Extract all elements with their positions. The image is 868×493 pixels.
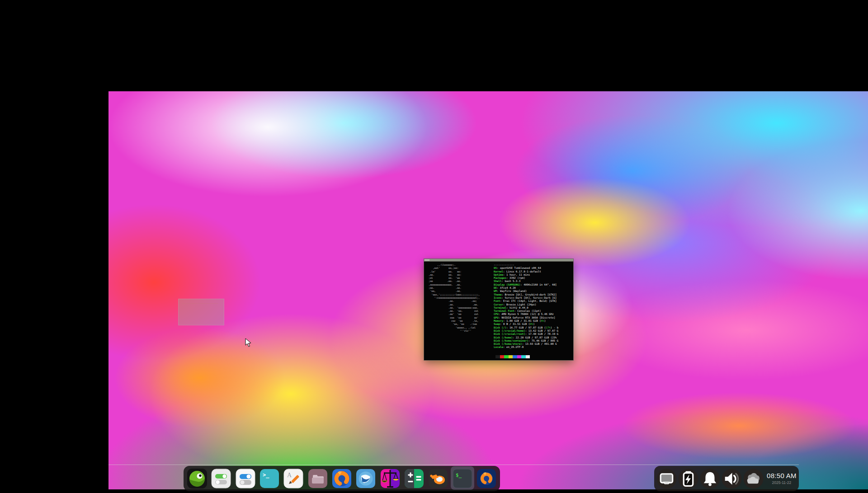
dock-item-thunderbird[interactable] bbox=[356, 469, 376, 488]
fetch-line: Disk (/crucial/root): 17.40 GiB / 78.19 … bbox=[494, 333, 571, 336]
fetch-line: WM: Wayfire (Wayland) bbox=[494, 290, 571, 293]
opensuse-ascii-logo: .,:lloooooc;. ,ool' oo,;oo: .lo' oo. oo:… bbox=[429, 263, 480, 333]
dock-item-firefox-dark[interactable] bbox=[476, 469, 496, 488]
dock-item-text-editor[interactable]: A bbox=[283, 469, 303, 488]
fetch-line: Swap: 0 B / 31.51 GiB (0%) bbox=[494, 323, 571, 326]
dock-item-firefox[interactable] bbox=[332, 469, 352, 488]
palette-swatch bbox=[495, 355, 500, 358]
dock-item-blender[interactable] bbox=[428, 469, 448, 488]
fetch-line: CPU: AMD Ryzen 5 7600X (12) @ 5.46 GHz bbox=[494, 313, 571, 316]
tray-notifications-bell-button[interactable] bbox=[699, 468, 721, 489]
terminal-titlebar[interactable] bbox=[424, 259, 573, 262]
opensuse-launcher-icon bbox=[187, 469, 207, 488]
palette-swatch bbox=[500, 355, 505, 358]
palette-swatch bbox=[513, 355, 517, 358]
fetch-line: Disk (/): 16.77 GiB / 97.87 GiB (17%) - … bbox=[494, 326, 571, 329]
fetch-line: Disk (/home/store): 13.93 GiB / 491.08 G bbox=[494, 343, 571, 346]
settings-toggles-blue-icon bbox=[236, 469, 255, 488]
dock-item-calculator[interactable] bbox=[404, 469, 424, 488]
fetch-line: Memory: 1.88 GiB / 31.01 GiB (6%) bbox=[494, 319, 571, 323]
display-icon bbox=[656, 468, 677, 489]
dock-item-file-manager[interactable] bbox=[308, 469, 328, 488]
mouse-cursor bbox=[245, 338, 251, 347]
fetch-line: Uptime: 1 hour, 11 mins bbox=[494, 273, 571, 277]
blender-icon bbox=[428, 469, 448, 488]
fetch-line: Locale: en_US.UTF-8 bbox=[494, 346, 571, 349]
firefox-dark-icon bbox=[476, 469, 496, 488]
fetch-line: GPU: NVIDIA GeForce RTX 3050 [Discrete] bbox=[494, 316, 571, 319]
fetch-line: OS: openSUSE Tumbleweed x86_64 bbox=[494, 267, 571, 270]
palette-swatch bbox=[509, 355, 513, 358]
dock-item-settings-toggles-green[interactable] bbox=[211, 469, 231, 488]
settings-toggles-green-icon bbox=[211, 469, 231, 488]
fastfetch-output: -------------OS: openSUSE Tumbleweed x86… bbox=[494, 263, 571, 349]
dock-item-terminal-teal[interactable]: >_ bbox=[259, 469, 279, 488]
notifications-bell-icon bbox=[699, 468, 721, 489]
file-manager-icon bbox=[308, 469, 328, 488]
terminal-window[interactable]: .,:lloooooc;. ,ool' oo,;oo: .lo' oo. oo:… bbox=[424, 259, 573, 360]
ghost-window-line bbox=[209, 303, 218, 304]
fetch-line: Terminal Font: Consolas (11pt) bbox=[494, 310, 571, 313]
fetch-line: Shell: bash 5.3.3 bbox=[494, 280, 571, 283]
fetch-line: DE: Xfce4 4.20 bbox=[494, 286, 571, 290]
terminal-titlebar-notch bbox=[425, 259, 429, 261]
fetch-line: ------------- bbox=[494, 263, 571, 267]
calculator-icon bbox=[404, 469, 424, 488]
text-editor-icon: A bbox=[283, 469, 303, 488]
terminal-teal-icon: >_ bbox=[259, 469, 279, 488]
dock-item-scales-app[interactable] bbox=[380, 469, 400, 488]
clock-widget[interactable]: 08:50 AM 2025-11-22 bbox=[767, 472, 797, 485]
ghost-window-artifact bbox=[178, 299, 224, 325]
palette-swatch bbox=[504, 355, 509, 358]
weather-clouds-icon bbox=[743, 468, 764, 489]
volume-icon bbox=[721, 468, 742, 489]
dock: >_A$_ bbox=[184, 466, 500, 491]
panel-top-border bbox=[108, 465, 799, 465]
svg-text:>_: >_ bbox=[263, 472, 269, 479]
clock-date: 2025-11-22 bbox=[767, 481, 797, 485]
fetch-line: Terminal: kitty 0.44.0 bbox=[494, 306, 571, 310]
thunderbird-icon bbox=[356, 469, 376, 488]
scales-app-icon bbox=[380, 469, 400, 488]
dock-item-kitty-terminal[interactable]: $_ bbox=[453, 469, 472, 488]
clock-time: 08:50 AM bbox=[767, 472, 797, 480]
fetch-line: Font: Eras ITC (14pt, Light, Bold) [GTK] bbox=[494, 300, 571, 303]
palette-swatch bbox=[521, 355, 526, 358]
firefox-icon bbox=[332, 469, 352, 488]
tray-weather-clouds-button[interactable] bbox=[743, 468, 764, 489]
tray-battery-charging-button[interactable] bbox=[678, 468, 699, 489]
fetch-line: Disk (/home/container): 75.46 GiB / 885 … bbox=[494, 339, 571, 343]
fetch-line: Cursor: Breeze_Light (24px) bbox=[494, 303, 571, 306]
kitty-terminal-icon: $_ bbox=[453, 469, 472, 488]
desktop-screen: .,:lloooooc;. ,ool' oo,;oo: .lo' oo. oo:… bbox=[0, 0, 868, 493]
fetch-line: Packages: 3392 (rpm) bbox=[494, 277, 571, 280]
fetch-line: Disk (/crucial/home): 13.62 GiB / 97.87 … bbox=[494, 329, 571, 333]
fetch-line: Theme: Breeze [Qt], Greybird-dark [GTK2] bbox=[494, 293, 571, 296]
dock-item-opensuse-launcher[interactable] bbox=[187, 469, 207, 488]
terminal-color-palette bbox=[495, 355, 530, 358]
system-tray: 08:50 AM 2025-11-22 bbox=[654, 466, 799, 491]
dock-item-settings-toggles-blue[interactable] bbox=[236, 469, 255, 488]
svg-text:$_: $_ bbox=[456, 472, 462, 478]
fetch-line: Display (SAMSUNG): 4096x2160 in 64", 60] bbox=[494, 283, 571, 286]
fetch-line: Disk (/home): 22.20 GiB / 97.87 GiB (23% bbox=[494, 336, 571, 339]
fetch-line: Kernel: Linux 6.17.8-1-default bbox=[494, 270, 571, 273]
tray-volume-button[interactable] bbox=[721, 468, 742, 489]
fetch-line: Icons: Suru++-Dark [Qt], Suru++-Dark [G] bbox=[494, 296, 571, 300]
palette-swatch bbox=[526, 355, 530, 358]
battery-charging-icon bbox=[678, 468, 699, 489]
ghost-window-line bbox=[182, 303, 209, 304]
svg-text:A: A bbox=[287, 472, 292, 479]
tray-display-button[interactable] bbox=[656, 468, 677, 489]
palette-swatch bbox=[517, 355, 522, 358]
